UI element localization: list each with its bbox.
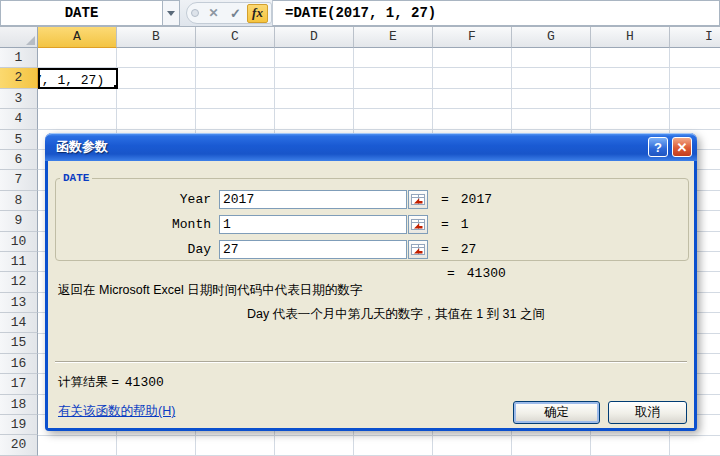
formula-input[interactable]: =DATE(2017, 1, 27)	[272, 0, 720, 26]
param-row-year: Year = 2017	[56, 189, 688, 209]
column-header-i[interactable]: I	[670, 27, 720, 48]
formula-result-value: 41300	[467, 266, 506, 281]
column-header-h[interactable]: H	[591, 27, 670, 48]
row-header-15[interactable]: 15	[0, 333, 38, 353]
enter-entry-button[interactable]: ✓	[225, 4, 246, 23]
name-box[interactable]: DATE	[0, 0, 163, 26]
function-description: 返回在 Microsoft Excel 日期时间代码中代表日期的数字	[58, 282, 362, 299]
row-header-18[interactable]: 18	[0, 395, 38, 415]
equals-sign: =	[441, 192, 449, 207]
dialog-body: DATE Year = 2017	[48, 161, 694, 428]
dialog-titlebar[interactable]: 函数参数 ? ✕	[45, 133, 697, 161]
row-header-6[interactable]: 6	[0, 150, 38, 170]
fill-handle[interactable]	[113, 84, 117, 88]
formula-bar: DATE ✕ ✓ fx =DATE(2017, 1, 27)	[0, 0, 720, 27]
row-header-14[interactable]: 14	[0, 313, 38, 333]
column-header-b[interactable]: B	[117, 27, 196, 48]
row-header-12[interactable]: 12	[0, 272, 38, 292]
month-result: 1	[461, 217, 469, 232]
row-header-4[interactable]: 4	[0, 109, 38, 129]
row-headers: 1 2 3 4 5 6 7 8 9 10 11 12 13 14 15 16 1…	[0, 48, 38, 456]
insert-function-button[interactable]: fx	[247, 4, 268, 23]
row-header-19[interactable]: 19	[0, 415, 38, 435]
month-input[interactable]	[219, 215, 407, 234]
collapse-dialog-icon	[411, 244, 425, 255]
close-icon: ✕	[677, 140, 688, 155]
column-headers: A B C D E F G H I	[38, 27, 720, 48]
dialog-help-button[interactable]: ?	[648, 137, 668, 157]
day-range-selector-button[interactable]	[408, 240, 428, 259]
parameter-description: Day 代表一个月中第几天的数字，其值在 1 到 31 之间	[247, 306, 545, 323]
collapse-dialog-icon	[411, 219, 425, 230]
active-cell-a2[interactable]: 7, 1, 27)	[38, 68, 118, 89]
check-icon: ✓	[230, 6, 241, 21]
row-header-5[interactable]: 5	[0, 130, 38, 150]
column-header-f[interactable]: F	[433, 27, 512, 48]
column-header-c[interactable]: C	[196, 27, 275, 48]
day-result: 27	[461, 242, 477, 257]
row-header-7[interactable]: 7	[0, 170, 38, 190]
month-range-selector-button[interactable]	[408, 215, 428, 234]
dialog-title: 函数参数	[45, 138, 648, 156]
separator-line	[55, 361, 687, 363]
cancel-button[interactable]: 取消	[608, 401, 687, 424]
row-header-20[interactable]: 20	[0, 435, 38, 455]
calc-result-value: 41300	[125, 375, 164, 390]
year-result: 2017	[461, 192, 492, 207]
month-label: Month	[66, 217, 211, 232]
equals-sign: =	[441, 217, 449, 232]
day-label: Day	[66, 242, 211, 257]
row-header-1[interactable]: 1	[0, 48, 38, 68]
name-box-dropdown[interactable]	[163, 0, 180, 26]
row-header-2[interactable]: 2	[0, 68, 38, 88]
calc-result-label: 计算结果 =	[58, 375, 119, 389]
row-header-11[interactable]: 11	[0, 252, 38, 272]
row-header-9[interactable]: 9	[0, 211, 38, 231]
param-row-month: Month = 1	[56, 214, 688, 234]
year-label: Year	[66, 192, 211, 207]
function-help-link[interactable]: 有关该函数的帮助(H)	[58, 403, 175, 420]
function-groupbox: DATE Year = 2017	[55, 172, 689, 261]
formula-bar-gripper[interactable]	[191, 9, 199, 17]
year-range-selector-button[interactable]	[408, 190, 428, 209]
calc-result-row: 计算结果 =41300	[58, 374, 164, 391]
equals-sign: =	[447, 266, 455, 281]
row-header-3[interactable]: 3	[0, 89, 38, 109]
collapse-dialog-icon	[411, 194, 425, 205]
question-icon: ?	[654, 140, 662, 155]
row-header-8[interactable]: 8	[0, 191, 38, 211]
select-all-corner[interactable]	[0, 27, 38, 48]
year-input[interactable]	[219, 190, 407, 209]
row-header-10[interactable]: 10	[0, 232, 38, 252]
dialog-close-button[interactable]: ✕	[672, 137, 692, 157]
x-icon: ✕	[208, 6, 218, 20]
active-cell-text: 7, 1, 27)	[38, 72, 104, 89]
column-header-a[interactable]: A	[38, 27, 117, 48]
function-name-label: DATE	[60, 172, 92, 184]
select-all-triangle-icon	[26, 36, 35, 45]
chevron-down-icon	[167, 11, 175, 16]
formula-bar-buttons: ✕ ✓ fx	[186, 2, 272, 24]
day-input[interactable]	[219, 240, 407, 259]
excel-window: DATE ✕ ✓ fx =DATE(2017, 1, 27) A B C D E…	[0, 0, 720, 456]
formula-result-row: = 41300	[447, 266, 506, 281]
fx-icon: fx	[252, 5, 263, 21]
equals-sign: =	[441, 242, 449, 257]
param-row-day: Day = 27	[56, 239, 688, 259]
column-header-d[interactable]: D	[275, 27, 354, 48]
row-header-16[interactable]: 16	[0, 354, 38, 374]
row-header-13[interactable]: 13	[0, 293, 38, 313]
function-arguments-dialog: 函数参数 ? ✕ DATE Year	[45, 133, 697, 431]
column-header-e[interactable]: E	[354, 27, 433, 48]
ok-button[interactable]: 确定	[513, 401, 600, 424]
column-header-g[interactable]: G	[512, 27, 591, 48]
row-header-17[interactable]: 17	[0, 374, 38, 394]
cancel-entry-button[interactable]: ✕	[203, 4, 224, 23]
